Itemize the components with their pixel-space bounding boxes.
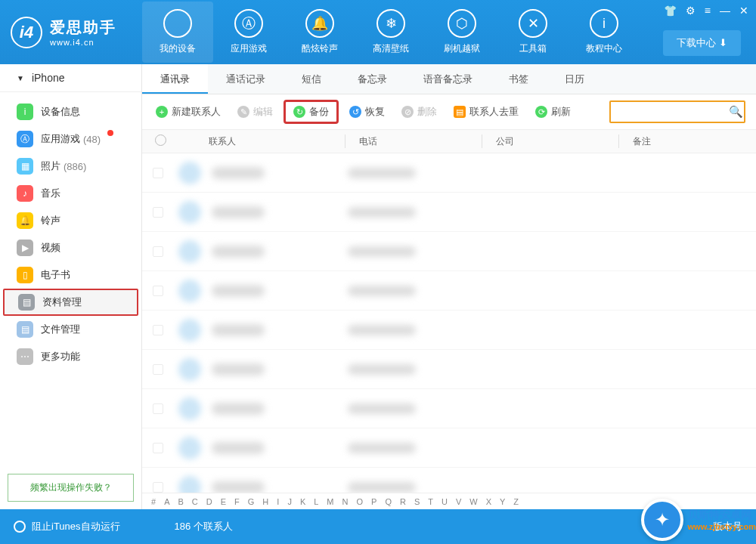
col-phone[interactable]: 电话 — [345, 135, 482, 148]
row-checkbox[interactable] — [153, 286, 163, 296]
table-row[interactable] — [142, 468, 756, 493]
alpha-H[interactable]: H — [262, 497, 268, 506]
nav-2[interactable]: 🔔酷炫铃声 — [284, 2, 355, 63]
table-row[interactable] — [142, 311, 756, 350]
nav-icon: Ⓐ — [234, 9, 263, 38]
window-control[interactable]: ≡ — [705, 5, 711, 17]
nav-6[interactable]: i教程中心 — [569, 2, 640, 63]
alpha-Q[interactable]: Q — [385, 497, 392, 506]
alpha-F[interactable]: F — [234, 497, 240, 506]
tab-0[interactable]: 通讯录 — [142, 64, 208, 94]
alpha-E[interactable]: E — [221, 497, 226, 506]
alpha-T[interactable]: T — [428, 497, 433, 506]
sidebar-item[interactable]: ▶视频 — [0, 234, 141, 261]
alpha-C[interactable]: C — [192, 497, 198, 506]
tab-5[interactable]: 书签 — [491, 64, 547, 94]
table-row[interactable] — [142, 153, 756, 193]
restore-button[interactable]: ↺ 恢复 — [343, 102, 391, 122]
delete-button[interactable]: ⊘ 删除 — [395, 102, 443, 122]
nav-1[interactable]: Ⓐ应用游戏 — [213, 2, 284, 63]
sidebar-item[interactable]: 🔔铃声 — [0, 207, 141, 234]
window-control[interactable]: ✕ — [739, 5, 748, 17]
alpha-L[interactable]: L — [314, 497, 318, 506]
row-checkbox[interactable] — [153, 364, 163, 375]
col-contact[interactable]: 联系人 — [178, 135, 345, 148]
nav-4[interactable]: ⬡刷机越狱 — [426, 2, 497, 63]
tab-4[interactable]: 语音备忘录 — [405, 64, 491, 94]
alpha-N[interactable]: N — [342, 497, 349, 506]
sidebar-item[interactable]: ▯电子书 — [0, 261, 141, 289]
alpha-O[interactable]: O — [356, 497, 363, 506]
alpha-G[interactable]: G — [248, 497, 255, 506]
triangle-down-icon: ▼ — [17, 74, 24, 82]
contact-name — [212, 403, 265, 415]
faq-button[interactable]: 频繁出现操作失败？ — [8, 474, 134, 502]
dedupe-button[interactable]: ▤ 联系人去重 — [448, 102, 525, 122]
sidebar-icon: ⋯ — [17, 348, 33, 365]
alpha-U[interactable]: U — [442, 497, 448, 506]
alpha-J[interactable]: J — [287, 497, 292, 506]
edit-button[interactable]: ✎ 编辑 — [231, 102, 279, 122]
sidebar-item[interactable]: ♪音乐 — [0, 180, 141, 207]
alpha-D[interactable]: D — [206, 497, 212, 506]
col-company[interactable]: 公司 — [482, 135, 618, 148]
sidebar: ▼ iPhone i设备信息Ⓐ应用游戏 (48)▦照片 (886)♪音乐🔔铃声▶… — [0, 64, 142, 509]
backup-button[interactable]: ↻ 备份 — [284, 100, 339, 124]
sidebar-item[interactable]: ⋯更多功能 — [0, 343, 141, 370]
nav-5[interactable]: ✕工具箱 — [497, 2, 569, 63]
alpha-K[interactable]: K — [300, 497, 305, 506]
tab-6[interactable]: 日历 — [547, 64, 603, 94]
select-all-checkbox[interactable] — [142, 134, 178, 148]
row-checkbox[interactable] — [153, 168, 163, 178]
new-contact-button[interactable]: + 新建联系人 — [150, 102, 227, 122]
sidebar-item[interactable]: i设备信息 — [0, 98, 141, 125]
row-checkbox[interactable] — [153, 325, 163, 335]
alpha-P[interactable]: P — [371, 497, 376, 506]
alpha-I[interactable]: I — [277, 497, 279, 506]
tab-1[interactable]: 通话记录 — [208, 64, 284, 94]
alpha-#[interactable]: # — [151, 497, 156, 506]
backup-icon: ↻ — [293, 106, 305, 118]
sidebar-item[interactable]: Ⓐ应用游戏 (48) — [0, 125, 141, 153]
tab-3[interactable]: 备忘录 — [339, 64, 405, 94]
table-row[interactable] — [142, 271, 756, 311]
window-control[interactable]: ⚙ — [686, 5, 696, 17]
alpha-S[interactable]: S — [414, 497, 420, 506]
window-control[interactable]: — — [720, 5, 730, 17]
avatar-icon — [178, 201, 201, 224]
table-row[interactable] — [142, 232, 756, 271]
row-checkbox[interactable] — [153, 207, 163, 218]
alpha-V[interactable]: V — [456, 497, 461, 506]
alpha-R[interactable]: R — [400, 497, 406, 506]
row-checkbox[interactable] — [153, 443, 163, 453]
table-row[interactable] — [142, 350, 756, 389]
sidebar-item[interactable]: ▦照片 (886) — [0, 153, 141, 180]
row-checkbox[interactable] — [153, 482, 163, 493]
search-box[interactable]: 🔍 — [609, 100, 745, 123]
tab-2[interactable]: 短信 — [284, 64, 339, 94]
row-checkbox[interactable] — [153, 403, 163, 414]
alpha-M[interactable]: M — [327, 497, 333, 506]
alpha-Z[interactable]: Z — [513, 497, 519, 506]
alpha-X[interactable]: X — [486, 497, 491, 506]
row-checkbox[interactable] — [153, 246, 163, 257]
col-remark[interactable]: 备注 — [619, 135, 756, 148]
table-row[interactable] — [142, 389, 756, 428]
table-row[interactable] — [142, 193, 756, 232]
alpha-B[interactable]: B — [178, 497, 183, 506]
alpha-W[interactable]: W — [469, 497, 477, 506]
nav-0[interactable]: 我的设备 — [142, 2, 213, 63]
nav-3[interactable]: ❄高清壁纸 — [355, 2, 426, 63]
search-input[interactable] — [615, 107, 729, 117]
device-selector[interactable]: ▼ iPhone — [0, 64, 141, 92]
window-control[interactable]: 👕 — [664, 5, 677, 17]
alpha-A[interactable]: A — [164, 497, 169, 506]
refresh-button[interactable]: ⟳ 刷新 — [529, 102, 577, 122]
sidebar-item[interactable]: ▤文件管理 — [0, 316, 141, 343]
status-left-text[interactable]: 阻止iTunes自动运行 — [32, 520, 120, 533]
download-center-button[interactable]: 下载中心 ⬇ — [663, 30, 741, 56]
sidebar-item[interactable]: ▤资料管理 — [3, 289, 138, 316]
table-row[interactable] — [142, 428, 756, 468]
status-toggle-icon[interactable] — [14, 521, 26, 533]
alpha-Y[interactable]: Y — [500, 497, 505, 506]
